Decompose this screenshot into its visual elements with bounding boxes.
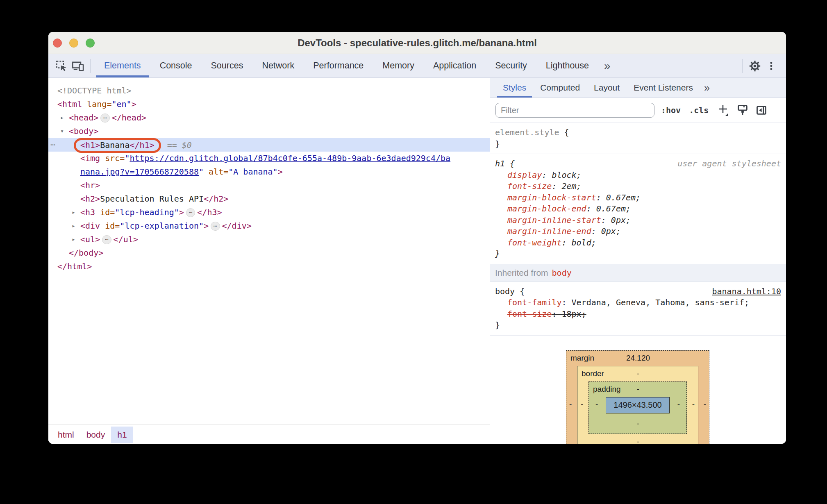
toolbar-divider (90, 59, 91, 73)
expand-arrow-icon[interactable]: ▾ (60, 125, 64, 138)
dom-tree-row[interactable]: ▸<h3 id="lcp-heading">⋯</h3> (48, 206, 490, 219)
style-declaration[interactable]: margin-block-start: 0.67em; (495, 192, 781, 204)
device-toolbar-button[interactable] (70, 57, 86, 75)
dom-tree-row[interactable]: ⋯<h1>Banana</h1> == $0 (48, 138, 490, 152)
expand-arrow-icon[interactable]: ▸ (72, 219, 75, 233)
style-declaration[interactable]: margin-block-end: 0.67em; (495, 203, 781, 215)
style-rule: h1 {user agent stylesheetdisplay: block;… (490, 154, 786, 264)
tab-sources[interactable]: Sources (202, 54, 253, 77)
breadcrumb-item-h1[interactable]: h1 (111, 427, 133, 443)
settings-button[interactable] (747, 57, 763, 75)
inherited-node-link[interactable]: body (552, 268, 572, 278)
dom-tree-row[interactable]: </body> (48, 246, 490, 260)
toolbar-divider (742, 59, 743, 73)
style-declaration[interactable]: font-size: 2em; (495, 181, 781, 192)
style-declaration[interactable]: } (495, 138, 781, 150)
breadcrumb: htmlbodyh1 (48, 425, 490, 444)
dom-tree-row[interactable]: <!DOCTYPE html> (48, 84, 490, 98)
sidebar-tab-layout[interactable]: Layout (587, 78, 627, 98)
tab-console[interactable]: Console (150, 54, 202, 77)
tab-lighthouse[interactable]: Lighthouse (536, 54, 598, 77)
stylesheet-origin-note: user agent stylesheet (673, 158, 781, 170)
tab-security[interactable]: Security (486, 54, 536, 77)
dom-tree-row[interactable]: nana.jpg?v=1705668720588" alt="A banana"… (48, 165, 490, 179)
box-model-content[interactable]: 1496×43.500 (606, 397, 670, 413)
minimize-button[interactable] (69, 39, 78, 48)
dom-tree-row[interactable]: <img src="https://cdn.glitch.global/87b4… (48, 152, 490, 165)
style-declaration[interactable]: h1 {user agent stylesheet (495, 158, 781, 170)
expand-arrow-icon[interactable]: ▸ (72, 233, 75, 246)
dom-tree-row[interactable]: </html> (48, 260, 490, 273)
tab-performance[interactable]: Performance (304, 54, 373, 77)
box-model-content-size: 1496×43.500 (613, 400, 661, 410)
box-model-border-label: border (582, 369, 604, 378)
style-declaration[interactable]: font-family: Verdana, Geneva, Tahoma, sa… (495, 297, 781, 309)
box-model-padding-label: padding (593, 385, 621, 394)
breadcrumb-item-body[interactable]: body (80, 427, 111, 443)
tab-memory[interactable]: Memory (373, 54, 424, 77)
dock-panel-icon (756, 104, 767, 116)
sidebar-tab-event-listeners[interactable]: Event Listeners (627, 78, 700, 98)
rendering-emulation-button[interactable] (736, 103, 750, 118)
style-declaration[interactable]: display: block; (495, 170, 781, 181)
device-toolbar-icon (71, 60, 84, 72)
element-classes-button[interactable]: .cls (689, 105, 709, 115)
dom-tree-row[interactable]: ▾<body> (48, 125, 490, 138)
tab-network[interactable]: Network (252, 54, 304, 77)
inspect-element-button[interactable] (53, 57, 70, 75)
elements-panel: <!DOCTYPE html><html lang="en">▸<head>⋯<… (48, 78, 490, 444)
breadcrumb-item-html[interactable]: html (52, 427, 80, 443)
close-button[interactable] (53, 39, 62, 48)
dom-tree-row[interactable]: ▸<ul>⋯</ul> (48, 233, 490, 246)
inspected-element-ring: <h1>Banana</h1> (74, 138, 161, 153)
collapse-sidebar-button[interactable] (754, 103, 768, 118)
style-declaration[interactable]: margin-inline-end: 0px; (495, 226, 781, 237)
inherited-label: Inherited from (495, 268, 548, 278)
dom-tree-row[interactable]: <h2>Speculation Rules API</h2> (48, 192, 490, 206)
ellipsis-button[interactable]: ⋯ (186, 208, 195, 217)
traffic-lights (53, 32, 95, 54)
dom-tree-row[interactable]: ▸<div id="lcp-explanation">⋯</div> (48, 219, 490, 233)
style-rule: element.style {} (490, 123, 786, 154)
window-title: DevTools - speculative-rules.glitch.me/b… (298, 37, 537, 49)
dom-tree: <!DOCTYPE html><html lang="en">▸<head>⋯<… (48, 78, 490, 425)
style-declaration[interactable]: margin-inline-start: 0px; (495, 215, 781, 226)
ellipsis-button[interactable]: ⋯ (100, 114, 109, 123)
dom-tree-row[interactable]: ▸<head>⋯</head> (48, 111, 490, 125)
tab-elements[interactable]: Elements (95, 54, 150, 77)
style-declaration[interactable]: body {banana.html:10 (495, 286, 781, 297)
devtools-window: DevTools - speculative-rules.glitch.me/b… (48, 32, 786, 444)
more-panels-button[interactable]: » (598, 60, 616, 72)
ellipsis-button[interactable]: ⋯ (102, 235, 111, 244)
sidebar-tab-computed[interactable]: Computed (533, 78, 587, 98)
tab-application[interactable]: Application (424, 54, 486, 77)
style-declaration[interactable]: } (495, 248, 781, 260)
plus-icon (717, 103, 729, 117)
style-rule: body {banana.html:10font-family: Verdana… (490, 282, 786, 336)
toggle-element-state-button[interactable]: :hov (661, 105, 681, 115)
kebab-menu-icon (766, 61, 777, 71)
styles-filter-input[interactable] (495, 103, 654, 118)
new-style-rule-button[interactable] (717, 103, 729, 118)
row-overflow-dots: ⋯ (50, 138, 55, 152)
customize-devtools-button[interactable] (763, 57, 779, 75)
sidebar-tab-styles[interactable]: Styles (496, 78, 533, 98)
styles-toolbar: :hov .cls (490, 98, 786, 123)
style-declaration[interactable]: } (495, 320, 781, 331)
more-sidebar-tabs-button[interactable]: » (700, 83, 714, 93)
dom-tree-row[interactable]: <hr> (48, 179, 490, 192)
sidebar-tab-bar: StylesComputedLayoutEvent Listeners » (490, 78, 786, 98)
zoom-button[interactable] (86, 39, 95, 48)
style-declaration[interactable]: element.style { (495, 127, 781, 138)
style-declaration[interactable]: font-weight: bold; (495, 237, 781, 249)
box-model-diagram: 1496×43.500 margin 24.120 border - paddi… (566, 350, 710, 444)
stylesheet-source-link[interactable]: banana.html:10 (708, 286, 781, 297)
style-declaration[interactable]: font-size: 18px; (495, 309, 781, 320)
sidebar-tabs: StylesComputedLayoutEvent Listeners (496, 78, 700, 98)
expand-arrow-icon[interactable]: ▸ (60, 111, 64, 125)
panel-tabs: ElementsConsoleSourcesNetworkPerformance… (95, 54, 598, 77)
dom-tree-row[interactable]: <html lang="en"> (48, 98, 490, 111)
paint-brush-icon (737, 104, 748, 116)
ellipsis-button[interactable]: ⋯ (211, 222, 220, 231)
expand-arrow-icon[interactable]: ▸ (72, 206, 75, 219)
